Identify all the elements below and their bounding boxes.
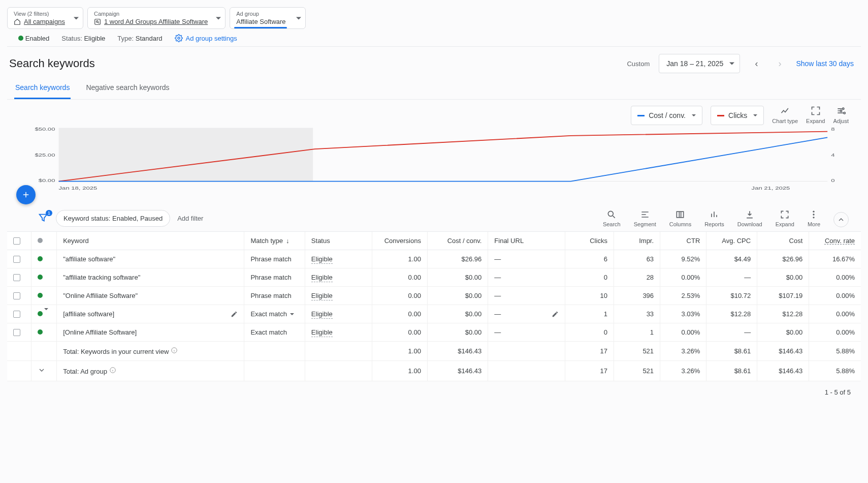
th-costconv[interactable]: Cost / conv.: [427, 232, 488, 250]
cell-keyword[interactable]: "affiliate software": [57, 250, 244, 268]
chevron-down-icon[interactable]: [38, 366, 46, 374]
cell-costconv: $26.96: [427, 250, 488, 268]
crumb-adgroup[interactable]: Ad group Affiliate Software: [230, 7, 306, 29]
cell-url[interactable]: —: [488, 268, 565, 287]
th-avgcpc[interactable]: Avg. CPC: [706, 232, 757, 250]
svg-point-1: [97, 20, 99, 22]
cell-costconv: $0.00: [427, 305, 488, 323]
row-checkbox[interactable]: [7, 305, 31, 323]
expand-icon: [780, 209, 790, 220]
cell-impr: 1: [614, 323, 660, 342]
tab-negative-keywords[interactable]: Negative search keywords: [85, 78, 170, 99]
add-keyword-fab[interactable]: [16, 185, 36, 204]
th-keyword[interactable]: Keyword: [57, 232, 244, 250]
search-square-icon: [94, 18, 101, 25]
crumb-campaign[interactable]: Campaign 1 word Ad Groups Affiliate Soft…: [87, 7, 226, 29]
cell-keyword[interactable]: [Online Affiliate Software]: [57, 323, 244, 342]
row-checkbox[interactable]: [7, 250, 31, 268]
cell-match[interactable]: Phrase match: [244, 287, 305, 305]
row-checkbox[interactable]: [7, 287, 31, 305]
th-url[interactable]: Final URL: [488, 232, 565, 250]
status-enabled: Enabled: [18, 35, 49, 42]
adgroup-settings-link[interactable]: Ad group settings: [175, 34, 237, 42]
th-match[interactable]: Match type↓: [244, 232, 305, 250]
svg-rect-17: [677, 212, 684, 218]
cell-match[interactable]: Exact match: [244, 323, 305, 342]
table-row: [Online Affiliate Software] Exact match …: [7, 323, 861, 342]
cell-status: Eligible: [305, 287, 372, 305]
cell-keyword[interactable]: "affiliate tracking software": [57, 268, 244, 287]
crumb-view-value: All campaigns: [24, 18, 65, 25]
toolbar-reports[interactable]: Reports: [704, 209, 724, 227]
tabs: Search keywords Negative search keywords: [7, 78, 861, 100]
date-range-selector[interactable]: Jan 18 – 21, 2025: [659, 54, 740, 73]
date-prev-button[interactable]: ‹: [749, 56, 763, 71]
th-ctr[interactable]: CTR: [660, 232, 706, 250]
cell-status: Eligible: [305, 250, 372, 268]
metric-clicks[interactable]: Clicks: [711, 106, 764, 125]
cell-keyword[interactable]: "Online Affiliate Software": [57, 287, 244, 305]
th-cost[interactable]: Cost: [757, 232, 809, 250]
toolbar-search[interactable]: Search: [603, 209, 621, 227]
metric-cost-conv[interactable]: Cost / conv.: [631, 106, 702, 125]
cell-impr: 33: [614, 305, 660, 323]
cell-impr: 396: [614, 287, 660, 305]
status-dot-icon: [38, 293, 43, 298]
row-checkbox[interactable]: [7, 268, 31, 287]
toolbar-download[interactable]: Download: [737, 209, 762, 227]
toolbar-segment[interactable]: Segment: [634, 209, 656, 227]
th-conv[interactable]: Conversions: [372, 232, 428, 250]
table-row: "affiliate software" Phrase match Eligib…: [7, 250, 861, 268]
date-next-button[interactable]: ›: [773, 56, 787, 71]
total-expand[interactable]: [31, 361, 57, 381]
crumb-view[interactable]: View (2 filters) All campaigns: [7, 7, 83, 29]
toolbar-expand[interactable]: Expand: [776, 209, 794, 227]
cell-cr: 0.00%: [809, 323, 861, 342]
total-expand: [31, 342, 57, 361]
th-status-dot[interactable]: [31, 232, 57, 250]
row-status-dot[interactable]: [31, 305, 57, 323]
filter-chip-status[interactable]: Keyword status: Enabled, Paused: [56, 210, 170, 227]
th-checkbox[interactable]: [7, 232, 31, 250]
collapse-chart-button[interactable]: [833, 212, 849, 227]
th-status[interactable]: Status: [305, 232, 372, 250]
chart-expand-button[interactable]: Expand: [806, 106, 825, 124]
pagination: 1 - 5 of 5: [7, 381, 861, 411]
row-status-dot[interactable]: [31, 287, 57, 305]
cell-url[interactable]: —: [488, 250, 565, 268]
chart-type-button[interactable]: Chart type: [772, 106, 798, 124]
cell-clicks: 6: [565, 250, 614, 268]
cell-url[interactable]: —: [488, 305, 565, 323]
th-clicks[interactable]: Clicks: [565, 232, 614, 250]
cell-match[interactable]: Phrase match: [244, 268, 305, 287]
filter-button[interactable]: 1: [38, 212, 49, 225]
show-last-30-link[interactable]: Show last 30 days: [796, 59, 854, 68]
toolbar-columns[interactable]: Columns: [669, 209, 691, 227]
series-color-icon: [717, 115, 724, 116]
cell-avgcpc: —: [706, 268, 757, 287]
total-impr: 521: [614, 342, 660, 361]
crumb-adgroup-value: Affiliate Software: [236, 18, 285, 25]
cell-url[interactable]: —: [488, 287, 565, 305]
cell-url[interactable]: —: [488, 323, 565, 342]
cell-keyword[interactable]: [affiliate software]: [57, 305, 244, 323]
cell-conv: 0.00: [372, 287, 428, 305]
toolbar-more[interactable]: More: [808, 209, 820, 227]
cell-cr: 0.00%: [809, 287, 861, 305]
total-conv: 1.00: [372, 342, 428, 361]
cell-avgcpc: $12.28: [706, 305, 757, 323]
add-filter-button[interactable]: Add filter: [177, 215, 203, 222]
row-status-dot[interactable]: [31, 323, 57, 342]
row-status-dot[interactable]: [31, 250, 57, 268]
tab-search-keywords[interactable]: Search keywords: [14, 78, 71, 99]
th-convrate[interactable]: Conv. rate: [809, 232, 861, 250]
cell-match[interactable]: Phrase match: [244, 250, 305, 268]
cell-status: Eligible: [305, 305, 372, 323]
cell-match[interactable]: Exact match: [244, 305, 305, 323]
status-dot-icon: [38, 329, 43, 335]
row-checkbox[interactable]: [7, 323, 31, 342]
th-impr[interactable]: Impr.: [614, 232, 660, 250]
chart-adjust-button[interactable]: Adjust: [833, 106, 849, 124]
svg-point-16: [608, 211, 614, 216]
row-status-dot[interactable]: [31, 268, 57, 287]
